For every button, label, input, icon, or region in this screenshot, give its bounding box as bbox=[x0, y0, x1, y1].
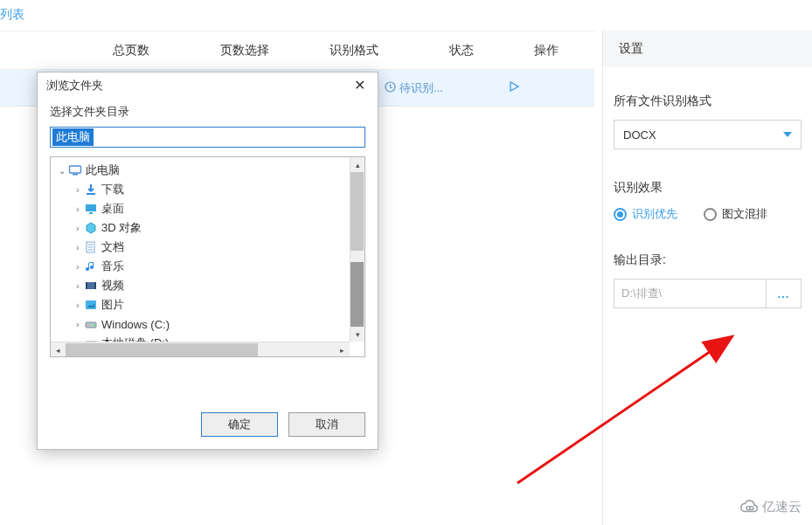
tree-item[interactable]: ⌄此电脑 bbox=[51, 161, 364, 180]
tree-item[interactable]: ›下载 bbox=[51, 180, 364, 199]
cube-icon bbox=[84, 221, 98, 235]
tree-item-label: 3D 对象 bbox=[101, 220, 142, 236]
expand-icon[interactable]: › bbox=[72, 243, 84, 252]
tree-item[interactable]: ›视频 bbox=[51, 276, 364, 295]
svg-point-12 bbox=[94, 324, 95, 326]
tree-item[interactable]: ›图片 bbox=[51, 295, 364, 314]
th-format: 识别格式 bbox=[302, 43, 406, 59]
cancel-button[interactable]: 取消 bbox=[288, 412, 365, 437]
format-label: 所有文件识别格式 bbox=[614, 93, 802, 109]
expand-icon[interactable]: › bbox=[72, 262, 84, 272]
ok-button[interactable]: 确定 bbox=[201, 412, 278, 437]
scroll-thumb[interactable] bbox=[66, 343, 258, 356]
tree-item[interactable]: ›文档 bbox=[51, 238, 364, 257]
dialog-subtitle: 选择文件夹目录 bbox=[38, 95, 378, 127]
dialog-footer: 确定 取消 bbox=[38, 397, 378, 449]
scroll-thumb[interactable] bbox=[350, 262, 364, 330]
browse-button[interactable]: ... bbox=[767, 279, 802, 308]
radio-label: 识别优先 bbox=[632, 206, 677, 222]
radio-icon bbox=[614, 208, 627, 221]
svg-rect-8 bbox=[86, 282, 87, 289]
browse-folder-dialog: 浏览文件夹 ✕ 选择文件夹目录 此电脑 ⌄此电脑›下载›桌面›3D 对象›文档›… bbox=[37, 72, 378, 450]
th-status: 状态 bbox=[406, 43, 516, 59]
tree-item-label: 文档 bbox=[101, 239, 124, 255]
watermark: 亿速云 bbox=[739, 497, 802, 516]
svg-point-17 bbox=[750, 507, 753, 510]
output-group: D:\排查\ ... bbox=[614, 279, 802, 308]
video-icon bbox=[84, 279, 98, 293]
folder-tree: ⌄此电脑›下载›桌面›3D 对象›文档›音乐›视频›图片›Windows (C:… bbox=[50, 156, 365, 357]
output-label: 输出目录: bbox=[614, 252, 802, 268]
cloud-icon bbox=[739, 497, 759, 516]
breadcrumb: 列表 bbox=[0, 7, 24, 23]
tree-item[interactable]: ›Windows (C:) bbox=[51, 314, 364, 334]
th-operation: 操作 bbox=[516, 43, 577, 59]
play-button[interactable] bbox=[509, 81, 519, 94]
folder-path-input[interactable]: 此电脑 bbox=[50, 127, 365, 148]
tree-item-label: Windows (C:) bbox=[101, 318, 170, 331]
tree-item-label: 桌面 bbox=[101, 201, 124, 217]
disk-icon bbox=[84, 317, 98, 331]
svg-rect-3 bbox=[87, 193, 95, 195]
effect-radio-group: 识别优先 图文混排 bbox=[614, 206, 802, 222]
scroll-thumb[interactable] bbox=[350, 172, 364, 251]
tree-item[interactable]: ›音乐 bbox=[51, 257, 364, 276]
expand-icon[interactable]: › bbox=[72, 224, 84, 233]
radio-priority[interactable]: 识别优先 bbox=[614, 206, 677, 222]
selected-folder-text: 此电脑 bbox=[52, 128, 94, 146]
expand-icon[interactable]: › bbox=[72, 185, 84, 195]
expand-icon[interactable]: › bbox=[72, 204, 84, 214]
th-total-pages: 总页数 bbox=[74, 43, 188, 59]
dialog-title-text: 浏览文件夹 bbox=[46, 78, 103, 93]
tree-item-label: 图片 bbox=[101, 297, 124, 313]
down-icon bbox=[84, 183, 98, 197]
desktop-icon bbox=[84, 202, 98, 216]
vertical-scrollbar[interactable]: ▴ ▾ bbox=[350, 157, 364, 342]
svg-rect-9 bbox=[94, 282, 96, 289]
svg-rect-10 bbox=[86, 300, 96, 309]
effect-label: 识别效果 bbox=[614, 180, 802, 196]
pc-icon bbox=[68, 163, 82, 177]
settings-panel: 设置 所有文件识别格式 DOCX 识别效果 识别优先 图文混排 输出目录: D:… bbox=[602, 31, 812, 525]
expand-icon[interactable]: › bbox=[72, 320, 84, 329]
settings-title: 设置 bbox=[603, 31, 812, 67]
table-header-row: 总页数 页数选择 识别格式 状态 操作 bbox=[0, 31, 594, 70]
radio-mixed[interactable]: 图文混排 bbox=[704, 206, 767, 222]
watermark-text: 亿速云 bbox=[762, 499, 802, 515]
output-path-input[interactable]: D:\排查\ bbox=[614, 279, 767, 308]
clock-icon bbox=[385, 81, 396, 95]
svg-rect-2 bbox=[73, 174, 78, 176]
svg-rect-5 bbox=[89, 212, 93, 214]
horizontal-scrollbar[interactable]: ◂ ▸ bbox=[51, 342, 350, 356]
chevron-down-icon bbox=[783, 132, 792, 137]
pic-icon bbox=[84, 298, 98, 312]
scroll-down-button[interactable]: ▾ bbox=[350, 327, 364, 342]
music-icon bbox=[84, 259, 98, 273]
svg-rect-1 bbox=[70, 166, 81, 173]
expand-icon[interactable]: › bbox=[72, 300, 84, 310]
status-cell: 待识别... bbox=[385, 80, 443, 96]
close-button[interactable]: ✕ bbox=[350, 79, 369, 93]
dialog-titlebar: 浏览文件夹 ✕ bbox=[38, 73, 378, 95]
doc-icon bbox=[84, 240, 98, 254]
tree-item[interactable]: ›3D 对象 bbox=[51, 218, 364, 238]
scroll-left-button[interactable]: ◂ bbox=[51, 343, 66, 358]
scroll-up-button[interactable]: ▴ bbox=[350, 157, 364, 172]
svg-rect-4 bbox=[86, 204, 96, 211]
radio-label: 图文混排 bbox=[722, 206, 767, 222]
tree-item[interactable]: ›桌面 bbox=[51, 199, 364, 218]
tree-item-label: 视频 bbox=[101, 278, 124, 294]
format-select[interactable]: DOCX bbox=[614, 120, 802, 149]
radio-icon bbox=[704, 208, 717, 221]
tree-item-label: 下载 bbox=[101, 182, 124, 197]
format-value: DOCX bbox=[623, 128, 656, 142]
tree-item-label: 此电脑 bbox=[86, 162, 120, 178]
scroll-right-button[interactable]: ▸ bbox=[335, 342, 350, 357]
tree-item-label: 音乐 bbox=[101, 259, 124, 274]
expand-icon[interactable]: › bbox=[72, 281, 84, 291]
th-page-select: 页数选择 bbox=[188, 43, 302, 59]
expand-icon[interactable]: ⌄ bbox=[56, 166, 68, 176]
status-text: 待识别... bbox=[399, 80, 443, 96]
